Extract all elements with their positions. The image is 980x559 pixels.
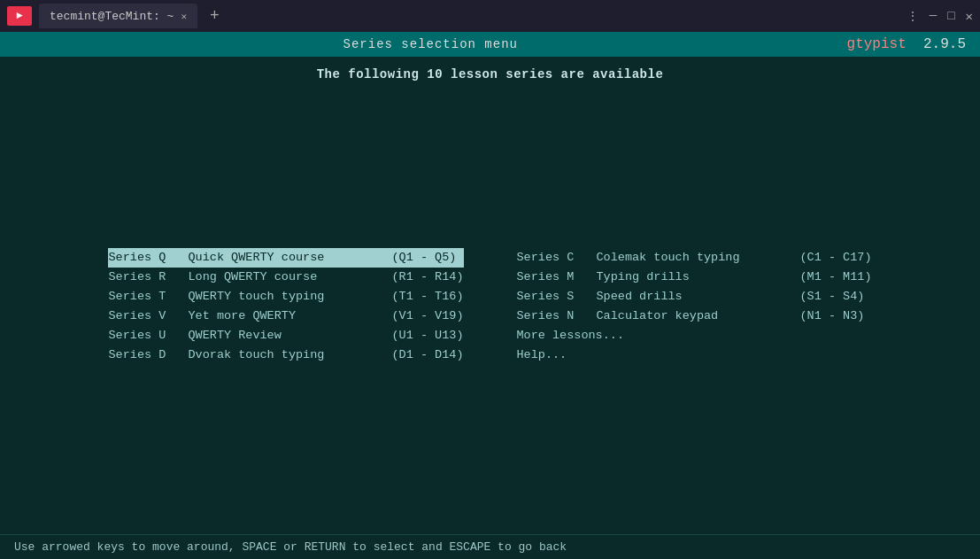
series-list-item[interactable]: Series NCalculator keypad(N1 - N3) [517,307,872,326]
series-range: (Q1 - Q5) [391,251,456,264]
series-key: Series Q [108,251,188,264]
series-name: Colemak touch typing [597,251,800,264]
series-list-item[interactable]: Help... [517,345,872,365]
status-bar: Use arrowed keys to move around, SPACE o… [0,534,980,559]
series-list-item[interactable]: Series TQWERTY touch typing(T1 - T16) [108,287,463,307]
series-key: Series M [517,270,597,283]
series-list-item[interactable]: More lessons... [517,326,872,345]
terminal-content: The following 10 lesson series are avail… [0,57,980,534]
app-logo: ► [7,6,32,26]
terminal-tab[interactable]: tecmint@TecMint: ~ ✕ [39,4,197,28]
series-range: (R1 - R14) [391,270,463,283]
series-range: (N1 - N3) [800,309,865,322]
tab-label: tecmint@TecMint: ~ [50,10,174,23]
version-info: gtypist 2.9.5 [847,36,966,52]
series-list-item[interactable]: Series CColemak touch typing(C1 - C17) [517,248,872,268]
series-name: Quick QWERTY course [188,251,391,264]
series-range: (D1 - D14) [391,348,463,361]
series-key: Series V [108,309,188,322]
title-bar: ► tecmint@TecMint: ~ ✕ + ⋮ ─ □ ✕ [0,0,980,32]
series-range: (M1 - M11) [800,270,872,283]
series-list-item[interactable]: Series VYet more QWERTY(V1 - V19) [108,307,463,326]
series-key: Series C [517,251,597,264]
series-list-item[interactable]: Series SSpeed drills(S1 - S4) [517,287,872,307]
window-controls: ⋮ ─ □ ✕ [907,9,973,24]
app-name: gtypist [847,36,907,52]
heading: The following 10 lesson series are avail… [14,67,966,82]
menu-bar: Series selection menu gtypist 2.9.5 [0,32,980,57]
series-key: Help... [517,348,567,361]
series-list-item[interactable]: Series DDvorak touch typing(D1 - D14) [108,345,463,365]
series-name: QWERTY touch typing [188,290,391,303]
series-key: Series S [517,290,597,303]
series-right-column: Series CColemak touch typing(C1 - C17)Se… [517,248,872,365]
close-button[interactable]: ✕ [966,9,973,24]
series-range: (S1 - S4) [800,290,865,303]
series-menu-title: Series selection menu [343,37,518,51]
minimize-button[interactable]: ─ [930,9,937,23]
menu-button[interactable]: ⋮ [907,9,919,24]
tab-add-button[interactable]: + [204,7,225,25]
series-range: (U1 - U13) [391,329,463,342]
series-key: Series U [108,329,188,342]
series-key: Series D [108,348,188,361]
series-list-item[interactable]: Series RLong QWERTY course(R1 - R14) [108,268,463,287]
series-name: Yet more QWERTY [188,309,391,322]
series-range: (T1 - T16) [391,290,463,303]
series-content-area: Series QQuick QWERTY course(Q1 - Q5)Seri… [14,89,966,524]
series-key: More lessons... [517,329,625,342]
status-text: Use arrowed keys to move around, SPACE o… [14,540,567,554]
series-key: Series N [517,309,597,322]
series-name: Typing drills [597,270,800,283]
maximize-button[interactable]: □ [947,9,954,23]
series-table: Series QQuick QWERTY course(Q1 - Q5)Seri… [108,248,871,365]
series-name: Speed drills [597,290,800,303]
series-name: Dvorak touch typing [188,348,391,361]
series-list-item[interactable]: Series MTyping drills(M1 - M11) [517,268,872,287]
series-name: Calculator keypad [597,309,800,322]
series-left-column: Series QQuick QWERTY course(Q1 - Q5)Seri… [108,248,463,365]
series-name: Long QWERTY course [188,270,391,283]
series-name: QWERTY Review [188,329,391,342]
series-list-item[interactable]: Series QQuick QWERTY course(Q1 - Q5) [108,248,463,268]
series-list-item[interactable]: Series UQWERTY Review(U1 - U13) [108,326,463,345]
series-key: Series R [108,270,188,283]
tab-close-icon[interactable]: ✕ [181,11,187,22]
series-range: (C1 - C17) [800,251,872,264]
version-number: 2.9.5 [914,36,966,52]
series-key: Series T [108,290,188,303]
series-range: (V1 - V19) [391,309,463,322]
